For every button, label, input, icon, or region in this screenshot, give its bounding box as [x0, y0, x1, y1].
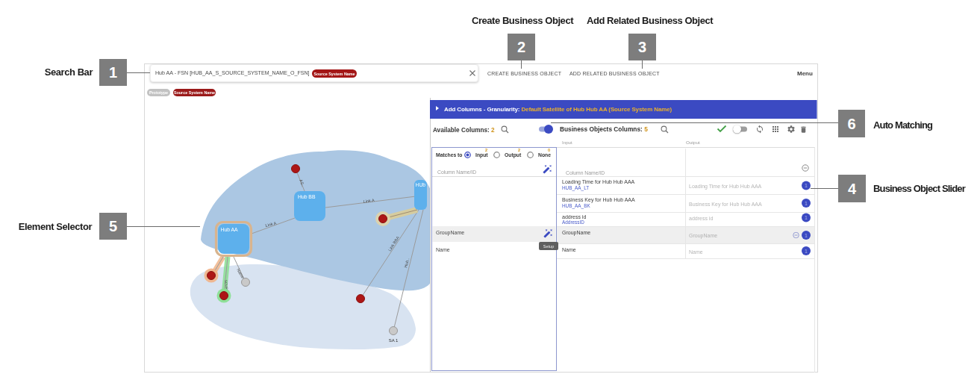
svg-text:HUb: HUb: [416, 182, 426, 187]
svg-text:SA 1: SA 1: [389, 338, 399, 343]
svg-text:Hub BB: Hub BB: [298, 194, 316, 199]
svg-text:Hub AA: Hub AA: [221, 227, 239, 232]
